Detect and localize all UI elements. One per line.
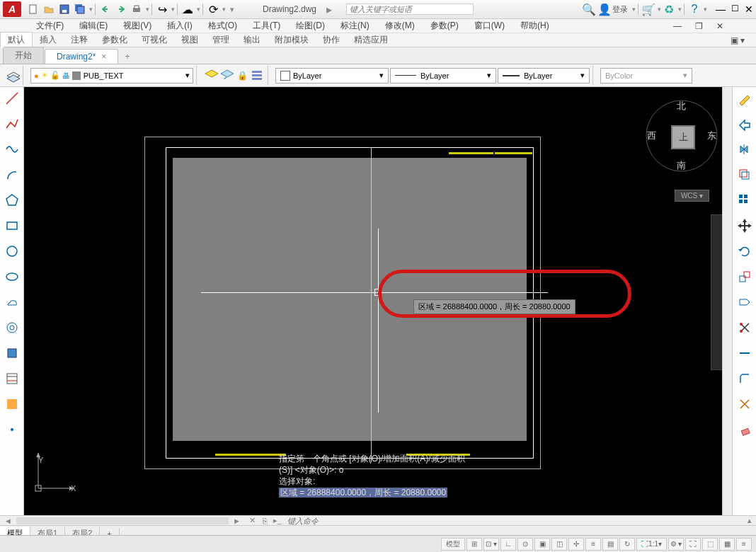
exchange-icon[interactable]: ♻: [663, 3, 675, 16]
erase-icon[interactable]: [736, 421, 753, 438]
menu-help[interactable]: 帮助(H): [520, 20, 549, 32]
pencil-icon[interactable]: [736, 90, 753, 107]
gradient-icon[interactable]: [4, 396, 21, 413]
cmd-history-icon[interactable]: ⎘: [260, 517, 270, 525]
ellipse-icon[interactable]: [4, 268, 21, 285]
status-trans-icon[interactable]: ▤: [602, 538, 618, 551]
save-icon[interactable]: [58, 3, 71, 16]
command-input[interactable]: [287, 517, 743, 525]
menu-insert[interactable]: 插入(I): [167, 20, 192, 32]
menu-dimension[interactable]: 标注(N): [340, 20, 370, 32]
menu-parametric[interactable]: 参数(P): [430, 20, 459, 32]
cart-icon[interactable]: 🛒: [642, 3, 655, 16]
arc-icon[interactable]: [4, 166, 21, 183]
ribbon-view[interactable]: 视图: [174, 33, 205, 47]
point-icon[interactable]: [4, 421, 21, 438]
cmd-close-icon[interactable]: ✕: [245, 516, 260, 525]
user-icon[interactable]: 👤: [598, 3, 611, 16]
array-icon[interactable]: [736, 192, 753, 209]
ribbon-parametric[interactable]: 参数化: [95, 33, 134, 47]
status-model[interactable]: 模型: [441, 538, 465, 551]
scrollbar-v[interactable]: [722, 87, 732, 515]
search-input[interactable]: [346, 4, 474, 15]
ribbon-insert[interactable]: 插入: [33, 33, 64, 47]
layer-list-icon[interactable]: [251, 69, 265, 83]
stretch-icon[interactable]: [736, 294, 753, 311]
layer-state-icon[interactable]: [204, 69, 218, 83]
app-logo[interactable]: A: [3, 1, 21, 17]
tab-add-icon[interactable]: +: [119, 50, 135, 64]
status-gear-icon[interactable]: ⚙ ▾: [668, 538, 684, 551]
plotstyle-select[interactable]: ByColor▾: [600, 68, 692, 84]
view-cube[interactable]: 北 南 东 西 上: [643, 97, 721, 175]
menu-edit[interactable]: 编辑(E): [79, 20, 108, 32]
circle-icon[interactable]: [4, 243, 21, 260]
menu-window[interactable]: 窗口(W): [474, 20, 505, 32]
tab-start[interactable]: 开始: [3, 47, 44, 64]
layer-select[interactable]: ● ☀ 🔓 🖶 PUB_TEXT ▾: [30, 68, 193, 84]
status-lw-icon[interactable]: ≡: [585, 538, 601, 551]
layer-prev-icon[interactable]: [219, 69, 234, 83]
spline-icon[interactable]: [4, 141, 21, 158]
polygon-icon[interactable]: [4, 192, 21, 209]
hatch-icon[interactable]: [4, 370, 21, 387]
status-dyn-icon[interactable]: ✢: [568, 538, 584, 551]
ribbon-output[interactable]: 输出: [236, 33, 268, 47]
pan-icon[interactable]: [736, 217, 753, 234]
undo-icon[interactable]: [99, 3, 112, 16]
sync-icon[interactable]: ⟳: [207, 3, 219, 16]
maximize-icon[interactable]: ☐: [731, 4, 739, 15]
fillet-icon[interactable]: [736, 370, 753, 387]
status-snap-icon[interactable]: ⊡ ▾: [483, 538, 499, 551]
minimize-icon[interactable]: —: [716, 4, 726, 15]
scroll-left-icon[interactable]: ◄: [0, 517, 16, 525]
menu-modify[interactable]: 修改(M): [385, 20, 415, 32]
mirror-icon[interactable]: [736, 141, 753, 158]
tab-drawing2[interactable]: Drawing2*×: [45, 49, 118, 64]
wcs-badge[interactable]: WCS ▾: [675, 190, 709, 202]
menu-file[interactable]: 文件(F): [36, 20, 64, 32]
ribbon-annotate[interactable]: 注释: [64, 33, 95, 47]
explode-icon[interactable]: [736, 396, 753, 413]
status-osnap-icon[interactable]: ▣: [534, 538, 550, 551]
polyline-icon[interactable]: [4, 115, 21, 132]
scroll-right-icon[interactable]: ►: [229, 517, 245, 525]
layer-lock-icon[interactable]: 🔒: [235, 69, 249, 83]
status-ortho-icon[interactable]: ∟: [500, 538, 516, 551]
status-polar-icon[interactable]: ⊙: [517, 538, 533, 551]
cmd-options-icon[interactable]: ▴: [743, 516, 756, 525]
doc-close-icon[interactable]: ✕: [716, 21, 723, 31]
move-icon[interactable]: [736, 115, 753, 132]
binoculars-icon[interactable]: 🔍: [583, 3, 595, 16]
ribbon-visualize[interactable]: 可视化: [134, 33, 174, 47]
login-link[interactable]: 登录: [612, 4, 628, 15]
revcloud-icon[interactable]: [4, 294, 21, 311]
menu-draw[interactable]: 绘图(D): [296, 20, 325, 32]
doc-minimize-icon[interactable]: —: [673, 21, 682, 31]
cloud-icon[interactable]: ☁: [181, 3, 194, 16]
status-customize-icon[interactable]: ≡: [736, 538, 752, 551]
status-grid-icon[interactable]: ⊞: [466, 538, 482, 551]
drawing-canvas[interactable]: 区域 = 26888400.0000，周长 = 20880.0000 北 南 东…: [24, 87, 732, 515]
ribbon-manage[interactable]: 管理: [205, 33, 236, 47]
doc-restore-icon[interactable]: ❐: [695, 21, 703, 31]
line-icon[interactable]: [4, 90, 21, 107]
status-cycle-icon[interactable]: ↻: [619, 538, 635, 551]
tab-close-icon[interactable]: ×: [101, 52, 106, 62]
color-select[interactable]: ByLayer▾: [275, 68, 389, 84]
ribbon-collaborate[interactable]: 协作: [316, 33, 347, 47]
layer-properties-icon[interactable]: [6, 69, 20, 83]
menu-tools[interactable]: 工具(T): [253, 20, 280, 32]
help-icon[interactable]: ?: [688, 3, 701, 16]
status-3dosnap-icon[interactable]: ◫: [551, 538, 567, 551]
offset-icon[interactable]: [736, 166, 753, 183]
status-clean-icon[interactable]: ▦: [719, 538, 735, 551]
rotate-icon[interactable]: [736, 243, 753, 260]
scale-icon[interactable]: [736, 268, 753, 285]
extend-icon[interactable]: [736, 345, 753, 362]
lineweight-select[interactable]: ByLayer▾: [498, 68, 590, 84]
status-iso-icon[interactable]: ⬚: [702, 538, 718, 551]
print-icon[interactable]: [130, 3, 143, 16]
share-icon[interactable]: ↪: [156, 3, 168, 16]
menu-view[interactable]: 视图(V): [123, 20, 151, 32]
